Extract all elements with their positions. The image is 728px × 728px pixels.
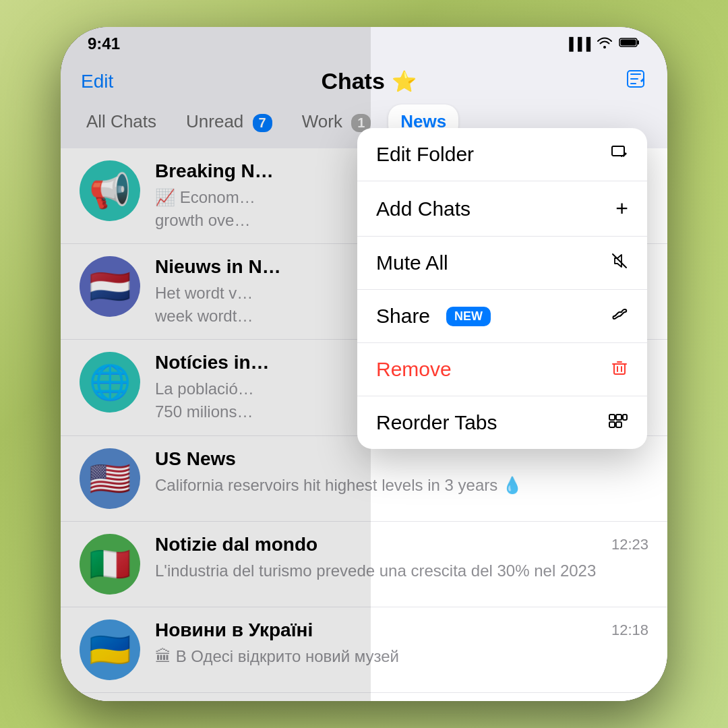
share-icon: [611, 305, 628, 328]
new-badge: NEW: [446, 307, 491, 326]
menu-item-reorder-tabs[interactable]: Reorder Tabs: [357, 396, 647, 449]
svg-rect-9: [609, 415, 615, 420]
mute-all-icon: [611, 252, 628, 274]
menu-item-share[interactable]: Share NEW: [357, 290, 647, 343]
reorder-tabs-label: Reorder Tabs: [376, 411, 497, 434]
phone-frame: 9:41 ▐▐▐: [61, 27, 667, 701]
edit-folder-icon: [611, 144, 628, 166]
context-menu: Edit Folder Add Chats + Mute All: [357, 128, 647, 449]
reorder-tabs-icon: [608, 412, 628, 434]
share-label: Share: [376, 305, 430, 328]
context-menu-overlay: Edit Folder Add Chats + Mute All: [61, 27, 667, 701]
share-item-left: Share NEW: [376, 305, 491, 328]
remove-label: Remove: [376, 358, 452, 381]
mute-all-label: Mute All: [376, 251, 448, 274]
remove-icon: [611, 359, 628, 381]
svg-rect-12: [609, 422, 615, 427]
add-chats-icon: +: [615, 196, 628, 221]
svg-rect-10: [616, 415, 621, 420]
svg-rect-4: [612, 146, 624, 156]
menu-item-edit-folder[interactable]: Edit Folder: [357, 128, 647, 181]
phone-screen: 9:41 ▐▐▐: [61, 27, 667, 701]
edit-folder-label: Edit Folder: [376, 143, 474, 166]
svg-rect-11: [623, 415, 627, 420]
menu-item-mute-all[interactable]: Mute All: [357, 237, 647, 290]
svg-rect-13: [616, 422, 621, 427]
menu-item-remove[interactable]: Remove: [357, 343, 647, 396]
add-chats-label: Add Chats: [376, 198, 471, 220]
menu-item-add-chats[interactable]: Add Chats +: [357, 181, 647, 237]
svg-rect-6: [614, 364, 625, 374]
